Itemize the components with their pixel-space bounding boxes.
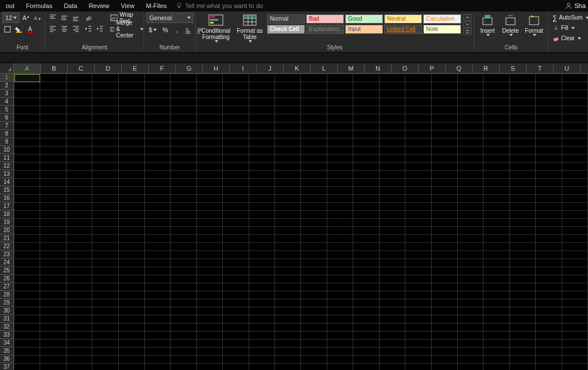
cell-N20[interactable] <box>353 227 379 235</box>
cell-B6[interactable] <box>40 114 66 122</box>
cell-H32[interactable] <box>196 323 222 332</box>
decrease-indent-button[interactable] <box>83 24 94 34</box>
tab-view[interactable]: View <box>115 1 140 11</box>
cell-A3[interactable] <box>14 90 40 98</box>
cell-P12[interactable] <box>405 163 431 171</box>
column-header-N[interactable]: N <box>365 63 392 74</box>
cell-Q5[interactable] <box>431 106 457 114</box>
cell-V30[interactable] <box>562 307 587 315</box>
cell-M15[interactable] <box>327 187 353 195</box>
cell-A7[interactable] <box>14 122 40 130</box>
cell-F21[interactable] <box>145 235 171 243</box>
cell-B21[interactable] <box>40 235 66 243</box>
cell-O28[interactable] <box>379 291 405 299</box>
cell-H21[interactable] <box>196 235 222 243</box>
cell-F37[interactable] <box>145 364 171 371</box>
cell-R36[interactable] <box>457 356 483 364</box>
cell-V37[interactable] <box>562 364 587 371</box>
cell-Q12[interactable] <box>431 163 457 171</box>
cell-B22[interactable] <box>40 243 66 251</box>
cell-C3[interactable] <box>66 90 92 98</box>
cell-O36[interactable] <box>379 356 405 364</box>
cell-D25[interactable] <box>92 267 118 275</box>
cell-P15[interactable] <box>405 187 431 195</box>
cell-B23[interactable] <box>40 251 66 259</box>
column-header-E[interactable]: E <box>122 63 149 74</box>
cell-styles-gallery[interactable]: NormalBadGoodNeutralCalculationCheck Cel… <box>267 14 461 34</box>
cell-G17[interactable] <box>171 203 196 211</box>
cell-I18[interactable] <box>223 211 249 219</box>
cell-D19[interactable] <box>92 219 118 227</box>
cell-R26[interactable] <box>457 275 483 283</box>
cell-I31[interactable] <box>223 315 249 323</box>
cell-C23[interactable] <box>66 251 92 259</box>
cell-G5[interactable] <box>171 106 196 114</box>
cell-D28[interactable] <box>92 291 118 299</box>
tell-me-search[interactable]: Tell me what you want to do <box>176 2 263 9</box>
cell-S9[interactable] <box>483 138 509 147</box>
cell-A2[interactable] <box>14 82 40 90</box>
cell-D32[interactable] <box>92 323 118 332</box>
cell-C26[interactable] <box>66 275 92 283</box>
cell-U4[interactable] <box>536 98 562 106</box>
cell-I19[interactable] <box>223 219 249 227</box>
cell-A33[interactable] <box>14 332 40 340</box>
cell-F11[interactable] <box>145 155 171 163</box>
cell-G3[interactable] <box>171 90 196 98</box>
column-header-O[interactable]: O <box>392 63 419 74</box>
cell-A26[interactable] <box>14 275 40 283</box>
cell-I15[interactable] <box>223 187 249 195</box>
cell-A22[interactable] <box>14 243 40 251</box>
cell-U12[interactable] <box>536 163 562 171</box>
cell-style-good[interactable]: Good <box>345 14 383 24</box>
cell-R7[interactable] <box>457 122 483 130</box>
cell-K11[interactable] <box>275 155 301 163</box>
format-cells-button[interactable]: Format <box>523 13 546 37</box>
cell-M31[interactable] <box>327 315 353 323</box>
cell-U5[interactable] <box>536 106 562 114</box>
cell-I33[interactable] <box>223 332 249 340</box>
cell-E34[interactable] <box>118 340 144 348</box>
cell-A5[interactable] <box>14 106 40 114</box>
cell-H26[interactable] <box>196 275 222 283</box>
cell-A36[interactable] <box>14 356 40 364</box>
cell-Q36[interactable] <box>431 356 457 364</box>
cell-P33[interactable] <box>405 332 431 340</box>
tab-layout[interactable]: out <box>0 1 20 11</box>
cell-H14[interactable] <box>196 179 222 187</box>
cell-V27[interactable] <box>562 283 587 291</box>
cell-T7[interactable] <box>509 122 535 130</box>
cell-U33[interactable] <box>536 332 562 340</box>
column-header-I[interactable]: I <box>230 63 257 74</box>
cell-F36[interactable] <box>145 356 171 364</box>
row-header-9[interactable]: 9 <box>0 138 14 146</box>
column-header-M[interactable]: M <box>338 63 365 74</box>
cell-T26[interactable] <box>509 275 535 283</box>
cell-B3[interactable] <box>40 90 66 98</box>
cell-H15[interactable] <box>196 187 222 195</box>
cell-L24[interactable] <box>301 259 327 267</box>
cell-C2[interactable] <box>66 82 92 90</box>
column-header-R[interactable]: R <box>473 63 500 74</box>
cell-J8[interactable] <box>249 130 274 138</box>
cell-J37[interactable] <box>249 364 274 371</box>
row-header-34[interactable]: 34 <box>0 339 14 347</box>
cell-U36[interactable] <box>536 356 562 364</box>
row-header-30[interactable]: 30 <box>0 307 14 315</box>
cell-E9[interactable] <box>118 138 144 147</box>
cell-I6[interactable] <box>223 114 249 122</box>
cell-B1[interactable] <box>40 74 66 82</box>
tab-review[interactable]: Review <box>83 1 115 11</box>
cell-V14[interactable] <box>562 179 587 187</box>
cell-G23[interactable] <box>171 251 196 259</box>
row-header-17[interactable]: 17 <box>0 202 14 210</box>
cell-M3[interactable] <box>327 90 353 98</box>
cell-T28[interactable] <box>509 291 535 299</box>
cell-J6[interactable] <box>249 114 274 122</box>
cell-J32[interactable] <box>249 323 274 332</box>
cell-V29[interactable] <box>562 299 587 307</box>
cell-F13[interactable] <box>145 171 171 179</box>
cell-I36[interactable] <box>223 356 249 364</box>
cell-K17[interactable] <box>275 203 301 211</box>
cell-H6[interactable] <box>196 114 222 122</box>
